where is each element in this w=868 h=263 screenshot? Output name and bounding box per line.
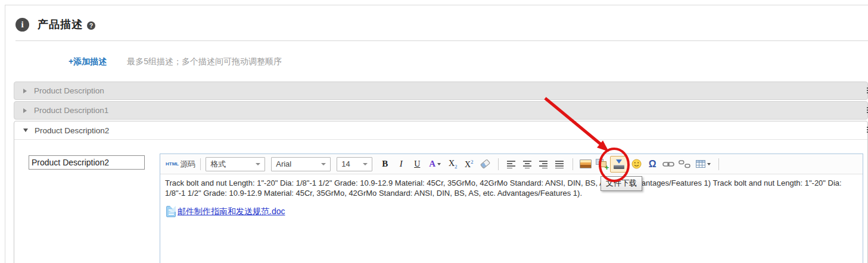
toolbar-separator <box>718 158 719 170</box>
table-icon <box>696 160 705 168</box>
remove-format-button[interactable] <box>477 156 493 172</box>
file-download-tooltip: 文件下载 <box>601 176 642 191</box>
help-icon[interactable]: ? <box>87 21 95 30</box>
panel-title: Product Description <box>34 86 104 95</box>
toolbar-separator <box>498 158 499 170</box>
batch-images-button[interactable]: + <box>594 156 609 172</box>
doc-file-icon <box>166 206 176 217</box>
bold-button[interactable]: B <box>377 156 393 172</box>
add-description-row: +添加描述 最多5组描述；多个描述间可拖动调整顺序 <box>69 57 282 67</box>
align-center-button[interactable] <box>519 156 535 172</box>
font-size-select[interactable]: 14 <box>337 157 372 171</box>
add-description-note: 最多5组描述；多个描述间可拖动调整顺序 <box>127 57 282 67</box>
align-center-icon <box>522 160 532 168</box>
insert-table-button[interactable] <box>693 156 713 172</box>
image-icon <box>580 159 592 168</box>
font-family-select[interactable]: Arial <box>271 157 331 171</box>
font-color-button[interactable]: A <box>425 156 444 172</box>
file-download-button[interactable] <box>610 156 628 173</box>
chevron-down-icon <box>256 163 260 165</box>
chevron-right-icon <box>23 108 27 113</box>
add-description-button[interactable]: +添加描述 <box>69 57 107 67</box>
file-download-icon <box>614 159 624 169</box>
emoticon-button[interactable] <box>629 156 644 172</box>
chevron-down-icon <box>707 163 711 165</box>
info-icon: i <box>15 18 29 32</box>
insert-link-button[interactable] <box>661 156 676 172</box>
panel-product-description2-header[interactable]: Product Description2 <box>14 121 867 140</box>
align-right-button[interactable] <box>536 156 551 172</box>
panel-product-description[interactable]: Product Description <box>14 82 868 100</box>
underline-button[interactable]: U <box>409 156 425 172</box>
editor-toolbar: HTML 源码 格式 Arial 14 B I U A <box>160 154 863 174</box>
source-code-button[interactable]: HTML 源码 <box>166 159 195 170</box>
insert-image-button[interactable] <box>578 156 593 172</box>
panel-title: Product Description1 <box>34 106 108 115</box>
chevron-down-icon <box>23 129 28 132</box>
unlink-button[interactable] <box>677 156 692 172</box>
chevron-down-icon <box>363 163 368 165</box>
align-left-icon <box>506 160 516 168</box>
attachment-row: 邮件制作指南和发送规范.doc <box>166 206 857 217</box>
page-title: 产品描述 <box>38 17 83 32</box>
smiley-icon <box>631 159 642 169</box>
superscript-button[interactable]: X2 <box>461 156 477 172</box>
rich-text-editor: HTML 源码 格式 Arial 14 B I U A <box>160 154 863 263</box>
product-description-page: i 产品描述 ? +添加描述 最多5组描述；多个描述间可拖动调整顺序 Produ… <box>0 0 868 263</box>
align-justify-icon <box>555 160 564 168</box>
batch-images-icon: + <box>596 159 608 169</box>
toolbar-separator <box>573 158 573 170</box>
toolbar-separator <box>200 158 201 170</box>
html-badge: HTML <box>166 161 179 167</box>
eraser-icon <box>480 159 490 169</box>
align-right-icon <box>539 160 548 168</box>
attachment-link[interactable]: 邮件制作指南和发送规范.doc <box>178 206 285 217</box>
align-justify-button[interactable] <box>552 156 567 172</box>
chevron-right-icon <box>23 89 27 93</box>
chevron-down-icon <box>437 163 441 165</box>
section-header: i 产品描述 ? <box>15 17 95 32</box>
link-icon <box>662 161 674 168</box>
header-divider <box>15 40 868 41</box>
description-name-input[interactable] <box>29 155 145 170</box>
panel-title: Product Description2 <box>35 126 109 135</box>
subscript-button[interactable]: X2 <box>445 156 461 172</box>
chevron-down-icon <box>321 163 326 165</box>
panel-product-description1[interactable]: Product Description1 <box>14 101 868 120</box>
editor-body-text: Track bolt and nut Length: 1"-20" Dia: 1… <box>165 178 850 198</box>
align-left-button[interactable] <box>503 156 519 172</box>
format-select[interactable]: 格式 <box>206 157 265 171</box>
italic-button[interactable]: I <box>393 156 409 172</box>
unlink-icon <box>679 160 690 168</box>
editor-content-area[interactable]: Track bolt and nut Length: 1"-20" Dia: 1… <box>160 174 863 217</box>
special-character-button[interactable]: Ω <box>645 156 660 172</box>
